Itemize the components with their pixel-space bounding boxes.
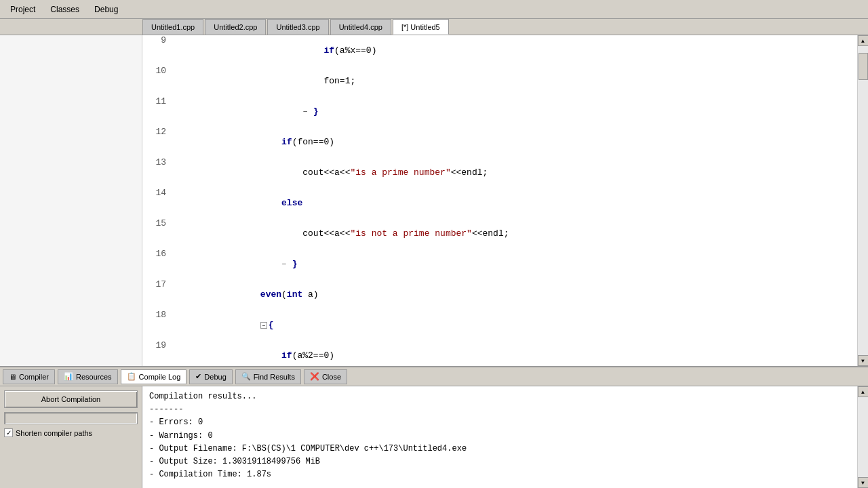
log-line-1: Compilation results... — [149, 390, 850, 403]
bottom-left-panel: Abort Compilation ✓ Shorten compiler pat… — [0, 386, 142, 488]
table-row: 14 else — [142, 188, 857, 218]
line-code: else — [173, 188, 857, 218]
log-line-7: - Compilation Time: 1.87s — [149, 468, 850, 481]
log-scrollbar[interactable]: ▲ ▼ — [857, 386, 868, 488]
resources-icon: 📊 — [64, 372, 73, 381]
log-scroll-up-button[interactable]: ▲ — [858, 386, 869, 397]
code-table: 9 if(a%x==0) 10 fon=1; — [142, 35, 857, 366]
close-icon: ❌ — [310, 372, 319, 381]
tab-compiler-label: Compiler — [19, 373, 49, 381]
line-code: – } — [173, 249, 857, 279]
tab-resources[interactable]: 📊 Resources — [58, 369, 118, 384]
progress-bar — [4, 412, 138, 424]
line-number: 9 — [142, 35, 173, 66]
log-line-6: - Output Size: 1.30319118499756 MiB — [149, 455, 850, 468]
table-row: 18 –{ — [142, 310, 857, 340]
line-code: if(a%x==0) — [173, 35, 857, 66]
line-number: 12 — [142, 127, 173, 157]
editor-area: 9 if(a%x==0) 10 fon=1; — [0, 35, 868, 366]
findresults-icon: 🔍 — [241, 372, 251, 381]
tab-close-label: Close — [322, 373, 341, 381]
table-row: 15 cout<<a<<"is not a prime number"<<end… — [142, 218, 857, 249]
code-area[interactable]: 9 if(a%x==0) 10 fon=1; — [142, 35, 857, 366]
shorten-paths-label: Shorten compiler paths — [16, 429, 92, 437]
line-number: 10 — [142, 66, 173, 96]
topbar-classes[interactable]: Classes — [43, 1, 87, 18]
tab-debug[interactable]: ✔ Debug — [189, 369, 232, 384]
sidebar — [0, 35, 142, 366]
tab-findresults-label: Find Results — [254, 373, 295, 381]
line-code: fon=1; — [173, 66, 857, 96]
collapse-icon[interactable]: – — [260, 322, 267, 329]
log-scroll-track[interactable] — [858, 397, 869, 477]
table-row: 11 – } — [142, 96, 857, 127]
line-code: if(fon==0) — [173, 127, 857, 157]
code-scroll: 9 if(a%x==0) 10 fon=1; — [142, 35, 857, 366]
line-code: if(a%2==0) — [173, 340, 857, 366]
compilelog-icon: 📋 — [127, 372, 136, 381]
log-line-2: ------- — [149, 403, 850, 416]
line-number: 14 — [142, 188, 173, 218]
bottom-tabs: 🖥 Compiler 📊 Resources 📋 Compile Log ✔ D… — [0, 367, 868, 386]
tab-compilelog-label: Compile Log — [139, 373, 181, 381]
table-row: 13 cout<<a<<"is a prime number"<<endl; — [142, 157, 857, 188]
file-tabs: Untitled1.cpp Untitled2.cpp Untitled3.cp… — [0, 19, 868, 35]
shorten-paths-row: ✓ Shorten compiler paths — [4, 428, 138, 437]
tab-close[interactable]: ❌ Close — [304, 369, 347, 384]
table-row: 12 if(fon==0) — [142, 127, 857, 157]
bottom-panel: 🖥 Compiler 📊 Resources 📋 Compile Log ✔ D… — [0, 366, 868, 488]
shorten-paths-checkbox[interactable]: ✓ — [4, 428, 13, 437]
tab-untitled2[interactable]: Untitled2.cpp — [205, 19, 266, 35]
abort-compilation-button[interactable]: Abort Compilation — [4, 390, 138, 408]
table-row: 19 if(a%2==0) — [142, 340, 857, 366]
log-line-5: - Output Filename: F:\BS(CS)\1 COMPUTER\… — [149, 443, 850, 455]
tab-untitled4[interactable]: Untitled4.cpp — [330, 19, 391, 35]
top-bar: Project Classes Debug — [0, 0, 868, 19]
tab-untitled5[interactable]: [*] Untitled5 — [393, 19, 449, 35]
tab-untitled3[interactable]: Untitled3.cpp — [267, 19, 328, 35]
line-code: cout<<a<<"is not a prime number"<<endl; — [173, 218, 857, 249]
table-row: 17 even(int a) — [142, 279, 857, 310]
log-scroll-down-button[interactable]: ▼ — [858, 477, 869, 488]
scroll-up-button[interactable]: ▲ — [858, 35, 869, 46]
line-number: 16 — [142, 249, 173, 279]
tab-findresults[interactable]: 🔍 Find Results — [235, 369, 301, 384]
tab-untitled1[interactable]: Untitled1.cpp — [142, 19, 203, 35]
line-number: 11 — [142, 96, 173, 127]
log-line-4: - Warnings: 0 — [149, 430, 850, 443]
scroll-down-button[interactable]: ▼ — [858, 355, 869, 366]
line-number: 13 — [142, 157, 173, 188]
line-code: – } — [173, 96, 857, 127]
main-layout: 9 if(a%x==0) 10 fon=1; — [0, 35, 868, 488]
tab-compiler[interactable]: 🖥 Compiler — [3, 369, 55, 384]
debug-icon: ✔ — [195, 372, 201, 381]
line-code: –{ — [173, 310, 857, 340]
log-line-3: - Errors: 0 — [149, 416, 850, 429]
tab-debug-label: Debug — [204, 373, 226, 381]
table-row: 9 if(a%x==0) — [142, 35, 857, 66]
tab-resources-label: Resources — [76, 373, 112, 381]
line-number: 17 — [142, 279, 173, 310]
scroll-track[interactable] — [858, 46, 869, 355]
table-row: 10 fon=1; — [142, 66, 857, 96]
line-number: 19 — [142, 340, 173, 366]
compiler-icon: 🖥 — [9, 373, 16, 381]
scroll-thumb[interactable] — [859, 53, 868, 80]
topbar-debug[interactable]: Debug — [87, 1, 125, 18]
topbar-project[interactable]: Project — [3, 1, 43, 18]
editor-scrollbar[interactable]: ▲ ▼ — [857, 35, 868, 366]
line-code: cout<<a<<"is a prime number"<<endl; — [173, 157, 857, 188]
line-number: 18 — [142, 310, 173, 340]
line-code: even(int a) — [173, 279, 857, 310]
bottom-content: Abort Compilation ✓ Shorten compiler pat… — [0, 386, 868, 488]
tab-compilelog[interactable]: 📋 Compile Log — [121, 369, 187, 384]
compile-log-output: Compilation results... ------- - Errors:… — [142, 386, 857, 488]
table-row: 16 – } — [142, 249, 857, 279]
line-number: 15 — [142, 218, 173, 249]
